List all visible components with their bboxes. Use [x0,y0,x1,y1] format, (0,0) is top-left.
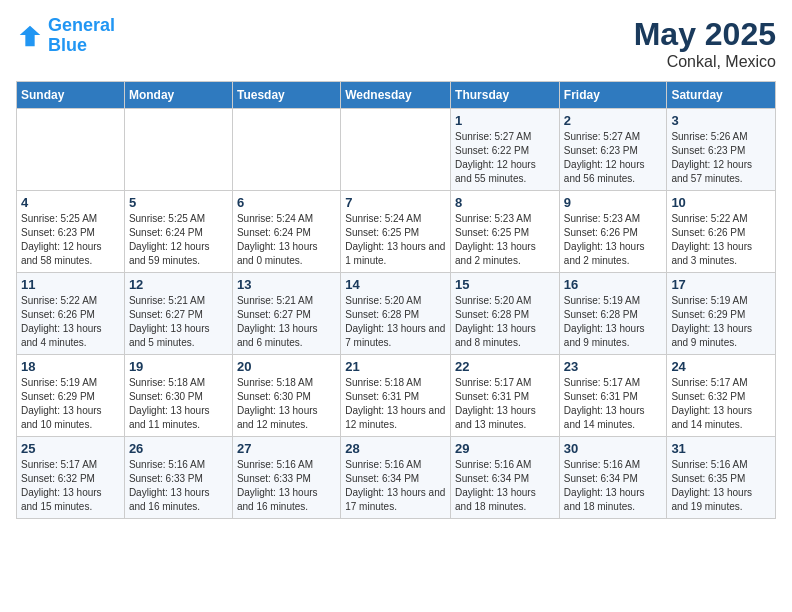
day-number: 28 [345,441,446,456]
day-info: Sunrise: 5:18 AM Sunset: 6:30 PM Dayligh… [237,376,336,432]
day-number: 13 [237,277,336,292]
day-number: 10 [671,195,771,210]
day-info: Sunrise: 5:27 AM Sunset: 6:23 PM Dayligh… [564,130,663,186]
table-row: 28Sunrise: 5:16 AM Sunset: 6:34 PM Dayli… [341,437,451,519]
day-info: Sunrise: 5:17 AM Sunset: 6:32 PM Dayligh… [21,458,120,514]
day-number: 31 [671,441,771,456]
day-number: 15 [455,277,555,292]
day-number: 14 [345,277,446,292]
table-row [341,109,451,191]
header-sunday: Sunday [17,82,125,109]
table-row [124,109,232,191]
day-number: 19 [129,359,228,374]
table-row: 22Sunrise: 5:17 AM Sunset: 6:31 PM Dayli… [451,355,560,437]
day-number: 20 [237,359,336,374]
table-row: 26Sunrise: 5:16 AM Sunset: 6:33 PM Dayli… [124,437,232,519]
calendar-week-row: 25Sunrise: 5:17 AM Sunset: 6:32 PM Dayli… [17,437,776,519]
day-info: Sunrise: 5:20 AM Sunset: 6:28 PM Dayligh… [455,294,555,350]
day-number: 30 [564,441,663,456]
day-number: 27 [237,441,336,456]
day-number: 26 [129,441,228,456]
calendar-week-row: 4Sunrise: 5:25 AM Sunset: 6:23 PM Daylig… [17,191,776,273]
table-row [232,109,340,191]
calendar-table: Sunday Monday Tuesday Wednesday Thursday… [16,81,776,519]
calendar-week-row: 11Sunrise: 5:22 AM Sunset: 6:26 PM Dayli… [17,273,776,355]
day-info: Sunrise: 5:24 AM Sunset: 6:24 PM Dayligh… [237,212,336,268]
table-row: 7Sunrise: 5:24 AM Sunset: 6:25 PM Daylig… [341,191,451,273]
table-row: 9Sunrise: 5:23 AM Sunset: 6:26 PM Daylig… [559,191,667,273]
day-number: 11 [21,277,120,292]
header-thursday: Thursday [451,82,560,109]
day-info: Sunrise: 5:17 AM Sunset: 6:31 PM Dayligh… [455,376,555,432]
day-number: 12 [129,277,228,292]
day-info: Sunrise: 5:26 AM Sunset: 6:23 PM Dayligh… [671,130,771,186]
header-friday: Friday [559,82,667,109]
day-info: Sunrise: 5:18 AM Sunset: 6:30 PM Dayligh… [129,376,228,432]
table-row: 20Sunrise: 5:18 AM Sunset: 6:30 PM Dayli… [232,355,340,437]
table-row: 14Sunrise: 5:20 AM Sunset: 6:28 PM Dayli… [341,273,451,355]
header-tuesday: Tuesday [232,82,340,109]
day-info: Sunrise: 5:17 AM Sunset: 6:32 PM Dayligh… [671,376,771,432]
day-info: Sunrise: 5:19 AM Sunset: 6:29 PM Dayligh… [21,376,120,432]
logo-text: General Blue [48,16,115,56]
table-row: 31Sunrise: 5:16 AM Sunset: 6:35 PM Dayli… [667,437,776,519]
day-number: 8 [455,195,555,210]
table-row: 17Sunrise: 5:19 AM Sunset: 6:29 PM Dayli… [667,273,776,355]
day-number: 9 [564,195,663,210]
day-number: 29 [455,441,555,456]
table-row: 10Sunrise: 5:22 AM Sunset: 6:26 PM Dayli… [667,191,776,273]
day-number: 2 [564,113,663,128]
svg-marker-0 [20,26,41,47]
table-row: 4Sunrise: 5:25 AM Sunset: 6:23 PM Daylig… [17,191,125,273]
logo: General Blue [16,16,115,56]
day-number: 6 [237,195,336,210]
table-row: 15Sunrise: 5:20 AM Sunset: 6:28 PM Dayli… [451,273,560,355]
table-row: 13Sunrise: 5:21 AM Sunset: 6:27 PM Dayli… [232,273,340,355]
table-row: 2Sunrise: 5:27 AM Sunset: 6:23 PM Daylig… [559,109,667,191]
logo-icon [16,22,44,50]
day-info: Sunrise: 5:23 AM Sunset: 6:25 PM Dayligh… [455,212,555,268]
day-info: Sunrise: 5:22 AM Sunset: 6:26 PM Dayligh… [671,212,771,268]
table-row: 27Sunrise: 5:16 AM Sunset: 6:33 PM Dayli… [232,437,340,519]
day-info: Sunrise: 5:16 AM Sunset: 6:33 PM Dayligh… [237,458,336,514]
table-row: 30Sunrise: 5:16 AM Sunset: 6:34 PM Dayli… [559,437,667,519]
day-info: Sunrise: 5:16 AM Sunset: 6:34 PM Dayligh… [345,458,446,514]
day-info: Sunrise: 5:27 AM Sunset: 6:22 PM Dayligh… [455,130,555,186]
day-info: Sunrise: 5:22 AM Sunset: 6:26 PM Dayligh… [21,294,120,350]
table-row: 1Sunrise: 5:27 AM Sunset: 6:22 PM Daylig… [451,109,560,191]
table-row: 3Sunrise: 5:26 AM Sunset: 6:23 PM Daylig… [667,109,776,191]
day-info: Sunrise: 5:18 AM Sunset: 6:31 PM Dayligh… [345,376,446,432]
day-number: 25 [21,441,120,456]
table-row: 5Sunrise: 5:25 AM Sunset: 6:24 PM Daylig… [124,191,232,273]
table-row: 25Sunrise: 5:17 AM Sunset: 6:32 PM Dayli… [17,437,125,519]
table-row: 16Sunrise: 5:19 AM Sunset: 6:28 PM Dayli… [559,273,667,355]
header-wednesday: Wednesday [341,82,451,109]
day-number: 16 [564,277,663,292]
day-number: 22 [455,359,555,374]
day-info: Sunrise: 5:23 AM Sunset: 6:26 PM Dayligh… [564,212,663,268]
header-saturday: Saturday [667,82,776,109]
day-info: Sunrise: 5:16 AM Sunset: 6:35 PM Dayligh… [671,458,771,514]
day-number: 4 [21,195,120,210]
day-info: Sunrise: 5:16 AM Sunset: 6:34 PM Dayligh… [564,458,663,514]
table-row: 12Sunrise: 5:21 AM Sunset: 6:27 PM Dayli… [124,273,232,355]
logo-general: General [48,15,115,35]
table-row: 29Sunrise: 5:16 AM Sunset: 6:34 PM Dayli… [451,437,560,519]
day-info: Sunrise: 5:17 AM Sunset: 6:31 PM Dayligh… [564,376,663,432]
weekday-header-row: Sunday Monday Tuesday Wednesday Thursday… [17,82,776,109]
day-info: Sunrise: 5:25 AM Sunset: 6:24 PM Dayligh… [129,212,228,268]
day-info: Sunrise: 5:24 AM Sunset: 6:25 PM Dayligh… [345,212,446,268]
table-row: 11Sunrise: 5:22 AM Sunset: 6:26 PM Dayli… [17,273,125,355]
day-number: 18 [21,359,120,374]
table-row: 24Sunrise: 5:17 AM Sunset: 6:32 PM Dayli… [667,355,776,437]
logo-blue: Blue [48,35,87,55]
table-row: 18Sunrise: 5:19 AM Sunset: 6:29 PM Dayli… [17,355,125,437]
calendar-week-row: 1Sunrise: 5:27 AM Sunset: 6:22 PM Daylig… [17,109,776,191]
title-block: May 2025 Conkal, Mexico [634,16,776,71]
table-row [17,109,125,191]
day-number: 17 [671,277,771,292]
month-title: May 2025 [634,16,776,53]
calendar-week-row: 18Sunrise: 5:19 AM Sunset: 6:29 PM Dayli… [17,355,776,437]
day-info: Sunrise: 5:21 AM Sunset: 6:27 PM Dayligh… [237,294,336,350]
day-number: 21 [345,359,446,374]
